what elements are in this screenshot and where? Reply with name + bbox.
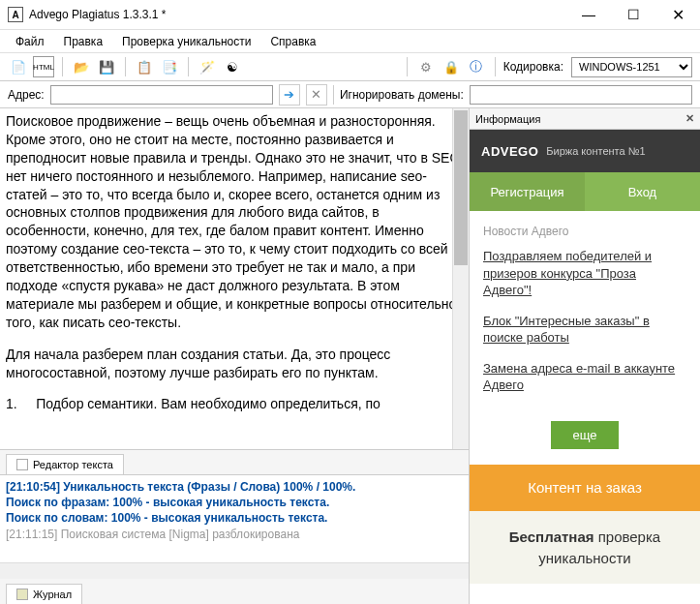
gear-icon[interactable]: ⚙ bbox=[415, 56, 437, 77]
log-panel[interactable]: [21:10:54] Уникальность текста (Фразы / … bbox=[0, 475, 469, 562]
brand-slogan: Биржа контента №1 bbox=[546, 145, 645, 157]
save-icon[interactable]: 💾 bbox=[96, 56, 117, 77]
panel-close-icon[interactable]: ✕ bbox=[685, 112, 694, 125]
close-button[interactable]: ✕ bbox=[655, 0, 700, 29]
yinyang-icon[interactable]: ☯ bbox=[222, 56, 243, 77]
log-line: Поиск по словам: 100% - высокая уникальн… bbox=[6, 510, 463, 526]
editor-paragraph: Для начала разберем план создания статьи… bbox=[6, 346, 463, 382]
menu-help[interactable]: Справка bbox=[262, 31, 323, 52]
encoding-select[interactable]: WINDOWS-1251 bbox=[571, 57, 692, 77]
paste-icon[interactable]: 📋 bbox=[134, 56, 155, 77]
journal-icon bbox=[16, 589, 28, 600]
menu-check-uniqueness[interactable]: Проверка уникальности bbox=[114, 31, 259, 52]
news-link[interactable]: Блок "Интересные заказы" в поиске работы bbox=[483, 313, 686, 347]
cancel-icon[interactable]: ✕ bbox=[306, 84, 327, 106]
text-editor[interactable]: Поисковое продвижение – вещь очень объем… bbox=[0, 108, 469, 450]
editor-tabs: Редактор текста bbox=[0, 450, 469, 475]
tab-label: Редактор текста bbox=[33, 459, 113, 470]
log-line: [21:10:54] Уникальность текста (Фразы / … bbox=[6, 479, 463, 495]
copy-icon[interactable]: 📑 bbox=[159, 56, 180, 77]
order-content-button[interactable]: Контент на заказ bbox=[470, 465, 700, 511]
log-line: [21:11:15] Поисковая система [Nigma] раз… bbox=[6, 527, 463, 542]
info-icon[interactable]: ⓘ bbox=[466, 56, 487, 77]
separator bbox=[62, 57, 63, 76]
address-input[interactable] bbox=[50, 85, 273, 105]
separator bbox=[188, 57, 189, 76]
tab-label: Журнал bbox=[33, 589, 72, 600]
menu-file[interactable]: Файл bbox=[8, 31, 52, 52]
separator bbox=[495, 57, 496, 76]
ignore-domains-input[interactable] bbox=[470, 85, 692, 105]
lock-icon[interactable]: 🔒 bbox=[441, 56, 462, 77]
tab-journal[interactable]: Журнал bbox=[6, 584, 82, 604]
app-icon: A bbox=[8, 7, 23, 22]
menu-edit[interactable]: Правка bbox=[56, 31, 111, 52]
info-header-title: Информация bbox=[475, 113, 540, 125]
address-bar: Адрес: ➔ ✕ Игнорировать домены: bbox=[0, 81, 700, 108]
document-icon bbox=[16, 459, 28, 470]
news-link[interactable]: Поздравляем победителей и призеров конку… bbox=[483, 248, 686, 299]
info-panel: Информация ✕ ADVEGO Биржа контента №1 Ре… bbox=[470, 108, 700, 604]
news-heading: Новости Адвего bbox=[483, 225, 686, 238]
maximize-button[interactable]: ☐ bbox=[611, 0, 655, 29]
address-label: Адрес: bbox=[8, 88, 45, 102]
brand-name: ADVEGO bbox=[481, 144, 538, 159]
title-bar: A Advego Plagiatus 1.3.3.1 * — ☐ ✕ bbox=[0, 0, 700, 29]
news-link[interactable]: Замена адреса e-mail в аккаунте Адвего bbox=[483, 360, 686, 394]
separator bbox=[125, 57, 126, 76]
editor-paragraph: Поисковое продвижение – вещь очень объем… bbox=[6, 112, 463, 332]
menu-bar: Файл Правка Проверка уникальности Справк… bbox=[0, 29, 700, 52]
separator bbox=[407, 57, 408, 76]
encoding-label: Кодировка: bbox=[503, 60, 563, 74]
tab-text-editor[interactable]: Редактор текста bbox=[6, 454, 124, 474]
editor-list-item: 1. Подбор семантики. Вам необходимо опре… bbox=[6, 395, 463, 413]
toolbar: 📄 HTML 📂 💾 📋 📑 🪄 ☯ ⚙ 🔒 ⓘ Кодировка: WIND… bbox=[0, 52, 700, 81]
horizontal-scrollbar[interactable] bbox=[0, 562, 469, 579]
new-document-icon[interactable]: 📄 bbox=[8, 56, 29, 77]
open-icon[interactable]: 📂 bbox=[71, 56, 92, 77]
go-arrow-icon[interactable]: ➔ bbox=[279, 84, 300, 106]
log-line: Поиск по фразам: 100% - высокая уникальн… bbox=[6, 495, 463, 510]
html-icon[interactable]: HTML bbox=[33, 56, 54, 77]
minimize-button[interactable]: — bbox=[566, 0, 611, 29]
register-button[interactable]: Регистрация bbox=[470, 172, 585, 211]
wand-icon[interactable]: 🪄 bbox=[197, 56, 218, 77]
login-button[interactable]: Вход bbox=[585, 172, 700, 211]
vertical-scrollbar[interactable] bbox=[452, 108, 469, 449]
more-button[interactable]: еще bbox=[551, 421, 618, 449]
advego-brand-bar: ADVEGO Биржа контента №1 bbox=[470, 130, 700, 172]
ignore-domains-label: Игнорировать домены: bbox=[340, 88, 464, 102]
free-check-banner[interactable]: Бесплатная проверка уникальности bbox=[470, 511, 700, 585]
log-tabs: Журнал bbox=[0, 579, 469, 604]
window-title: Advego Plagiatus 1.3.3.1 * bbox=[29, 8, 566, 21]
